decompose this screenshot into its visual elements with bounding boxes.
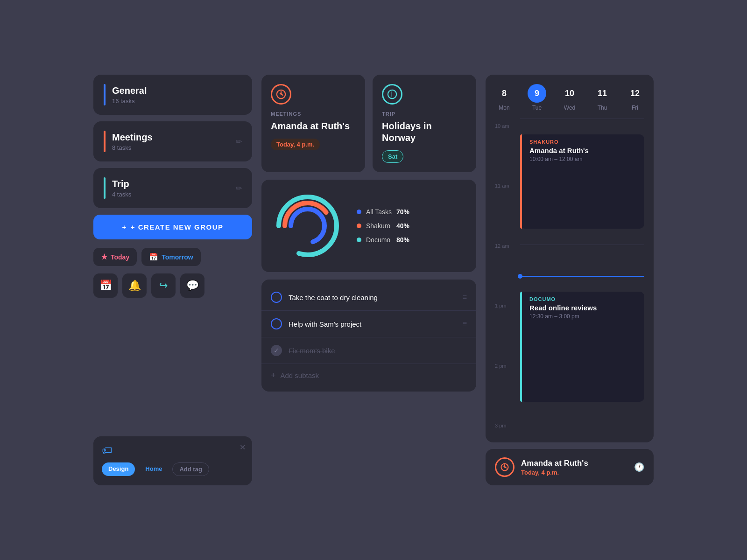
notification-icon-button[interactable]: 🔔 <box>122 273 147 298</box>
calendar-body: 10 am 11 am 12 am 1 pm 2 pm 3 pm <box>495 119 644 433</box>
group-name-meetings: Meetings <box>112 132 229 143</box>
group-name-trip: Trip <box>112 179 229 189</box>
bottom-event-card[interactable]: Amanda at Ruth's Today, 4 p.m. 🕐 <box>486 449 654 485</box>
edit-icon-trip[interactable]: ✏ <box>236 184 242 193</box>
trip-event-title: Holidays in Norway <box>382 120 467 144</box>
meetings-event-type: MEETINGS <box>271 111 356 117</box>
tag-home[interactable]: Home <box>139 462 169 476</box>
legend-value-documo: 80% <box>396 236 409 244</box>
time-label-10am: 10 am <box>495 123 518 129</box>
clock-icon[interactable]: 🕐 <box>634 462 644 472</box>
left-column: General 16 tasks Meetings 8 tasks ✏ Trip… <box>93 75 252 485</box>
cal-day-tue[interactable]: 9 Tue <box>528 84 546 111</box>
chart-card: All Tasks 70% Shakuro 40% Documo 80% <box>261 180 476 272</box>
shakuro-event-title: Amanda at Ruth's <box>529 147 639 154</box>
schedule-icon: 📅 <box>99 280 112 292</box>
legend-dot-all-tasks <box>357 210 361 214</box>
create-group-icon: + <box>122 223 127 231</box>
bell-icon: 🔔 <box>128 280 141 292</box>
cal-day-mon[interactable]: 8 Mon <box>495 84 514 111</box>
event-bar-documo <box>520 292 522 402</box>
legend-documo: Documo 80% <box>357 236 409 244</box>
time-label-2pm: 2 pm <box>495 363 518 369</box>
add-subtask-button[interactable]: + Add subtask <box>261 364 476 387</box>
donut-chart <box>273 191 343 261</box>
task-text-1: Take the coat to dry cleaning <box>289 294 456 301</box>
cal-day-num-mon: 8 <box>495 84 514 103</box>
group-bar-meetings <box>104 131 106 152</box>
tag-design[interactable]: Design <box>102 462 135 476</box>
close-tag-panel-button[interactable]: ✕ <box>240 443 246 452</box>
task-menu-2[interactable]: ≡ <box>463 320 467 328</box>
legend-all-tasks: All Tasks 70% <box>357 208 409 216</box>
shakuro-event-time: 10:00 am – 12:00 am <box>529 156 639 162</box>
cal-day-wed[interactable]: 10 Wed <box>560 84 579 111</box>
forward-icon: ↪ <box>159 280 168 292</box>
svg-point-4 <box>291 209 324 243</box>
event-bar-shakuro <box>520 134 522 229</box>
documo-event-time: 12:30 am – 3:00 pm <box>529 313 639 320</box>
tag-icon: 🏷 <box>102 445 244 457</box>
time-line-2 <box>520 245 644 245</box>
time-label-12am: 12 am <box>495 243 518 249</box>
cal-day-label-tue: Tue <box>532 105 542 111</box>
calendar-event-shakuro[interactable]: SHAKURO Amanda at Ruth's 10:00 am – 12:0… <box>520 134 644 229</box>
add-subtask-label: Add subtask <box>281 371 319 379</box>
tag-list: Design Home Add tag <box>102 462 244 476</box>
task-menu-1[interactable]: ≡ <box>463 293 467 301</box>
filter-today-button[interactable]: ★ Today <box>93 248 137 266</box>
schedule-icon-button[interactable]: 📅 <box>93 273 118 298</box>
task-item-3[interactable]: ✓ Fix mom's bike <box>261 337 476 364</box>
current-time-dot <box>518 274 522 279</box>
filter-tomorrow-label: Tomorrow <box>162 253 193 261</box>
task-text-3: Fix mom's bike <box>289 347 467 355</box>
calendar-event-documo[interactable]: DOCUMO Read online reviews 12:30 am – 3:… <box>520 292 644 402</box>
group-tasks-meetings: 8 tasks <box>112 144 229 151</box>
group-bar-trip <box>104 177 106 199</box>
shakuro-event-type: SHAKURO <box>529 139 639 145</box>
filter-row: ★ Today 📅 Tomorrow <box>93 248 252 266</box>
group-card-meetings[interactable]: Meetings 8 tasks ✏ <box>93 121 252 161</box>
chat-icon: 💬 <box>186 280 199 292</box>
cal-day-thu[interactable]: 11 Thu <box>593 84 612 111</box>
chat-icon-button[interactable]: 💬 <box>180 273 204 298</box>
cal-day-fri[interactable]: 12 Fri <box>626 84 644 111</box>
task-checkbox-2[interactable] <box>271 318 282 329</box>
star-icon: ★ <box>101 252 107 261</box>
bottom-event-icon <box>495 457 514 477</box>
edit-icon-meetings[interactable]: ✏ <box>236 137 242 146</box>
right-column: 8 Mon 9 Tue 10 Wed 11 Thu 12 Fri <box>486 75 654 485</box>
cal-day-num-fri: 12 <box>626 84 644 103</box>
time-label-11am: 11 am <box>495 183 518 189</box>
meetings-event-icon <box>271 84 291 105</box>
chart-legend: All Tasks 70% Shakuro 40% Documo 80% <box>357 208 409 244</box>
group-name-general: General <box>112 85 242 96</box>
meetings-event-title: Amanda at Ruth's <box>271 120 356 132</box>
group-card-general[interactable]: General 16 tasks <box>93 75 252 115</box>
meetings-event-card[interactable]: MEETINGS Amanda at Ruth's Today, 4 p.m. <box>261 75 365 172</box>
calendar-header: 8 Mon 9 Tue 10 Wed 11 Thu 12 Fri <box>495 84 644 111</box>
filter-today-label: Today <box>111 253 129 261</box>
forward-icon-button[interactable]: ↪ <box>151 273 176 298</box>
group-tasks-trip: 4 tasks <box>112 191 229 198</box>
legend-label-all-tasks: All Tasks <box>366 208 392 216</box>
event-cards-row: MEETINGS Amanda at Ruth's Today, 4 p.m. … <box>261 75 476 172</box>
task-item-1[interactable]: Take the coat to dry cleaning ≡ <box>261 284 476 311</box>
time-label-1pm: 1 pm <box>495 303 518 308</box>
tasks-card: Take the coat to dry cleaning ≡ Help wit… <box>261 280 476 392</box>
task-checkbox-1[interactable] <box>271 292 282 303</box>
trip-event-card[interactable]: TRIP Holidays in Norway Sat <box>373 75 476 172</box>
task-item-2[interactable]: Help with Sam's project ≡ <box>261 311 476 337</box>
trip-event-type: TRIP <box>382 111 467 117</box>
cal-day-num-wed: 10 <box>560 84 579 103</box>
calendar-icon: 📅 <box>149 252 158 261</box>
group-bar-general <box>104 84 106 105</box>
filter-tomorrow-button[interactable]: 📅 Tomorrow <box>141 248 200 266</box>
tag-add[interactable]: Add tag <box>172 462 209 476</box>
group-card-trip[interactable]: Trip 4 tasks ✏ <box>93 168 252 208</box>
cal-day-label-wed: Wed <box>564 105 575 111</box>
legend-shakuro: Shakuro 40% <box>357 222 409 230</box>
create-group-button[interactable]: + + CREATE NEW GROUP <box>93 215 252 239</box>
task-checkbox-3[interactable]: ✓ <box>271 345 282 356</box>
legend-dot-shakuro <box>357 224 361 228</box>
